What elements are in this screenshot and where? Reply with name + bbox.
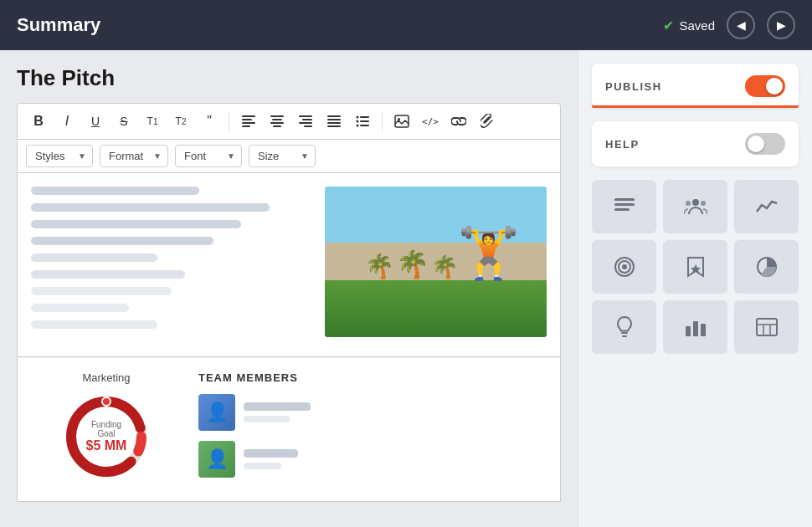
underline-button[interactable]: U xyxy=(83,109,108,134)
align-left-button[interactable] xyxy=(236,109,261,134)
marketing-section: Marketing Funding Goal $5 MM xyxy=(31,371,182,488)
team-member: 👤 xyxy=(198,394,547,431)
help-label: HELP xyxy=(605,138,640,151)
link-button[interactable] xyxy=(446,109,471,134)
help-card: HELP xyxy=(592,121,799,166)
align-center-button[interactable] xyxy=(265,109,290,134)
sport-scene-image: 🌴 🌴 🌴 🏋 xyxy=(325,187,547,337)
team-member: 👤 xyxy=(198,441,547,478)
people-icon-button[interactable] xyxy=(663,180,727,233)
bar-chart-icon-button[interactable] xyxy=(663,300,727,354)
avatar-person-icon: 👤 xyxy=(198,441,235,478)
publish-label: PUBLISH xyxy=(605,80,662,93)
toolbar-separator-1 xyxy=(229,111,229,131)
help-toggle[interactable] xyxy=(745,133,785,155)
avatar-person-icon: 👤 xyxy=(198,394,235,431)
size-select-wrapper[interactable]: Size xyxy=(249,145,316,167)
format-select-wrapper[interactable]: Format xyxy=(100,145,168,167)
text-line xyxy=(31,220,241,228)
member-role-bar xyxy=(244,416,290,422)
team-section: TEAM MEMBERS 👤 👤 xyxy=(198,371,547,488)
funding-amount: $5 MM xyxy=(84,438,130,453)
member-info xyxy=(244,402,547,422)
svg-point-18 xyxy=(357,120,359,123)
code-button[interactable]: </> xyxy=(418,109,443,134)
marketing-label: Marketing xyxy=(82,371,130,384)
text-icon-button[interactable] xyxy=(592,180,656,233)
page-title: The Pitch xyxy=(17,65,561,91)
svg-rect-44 xyxy=(757,319,777,335)
svg-rect-14 xyxy=(327,122,341,124)
member-name-bar xyxy=(244,402,311,411)
donut-center: Funding Goal $5 MM xyxy=(84,420,130,453)
content-image: 🌴 🌴 🌴 🏋 xyxy=(325,187,547,337)
svg-rect-7 xyxy=(273,125,281,127)
publish-card: PUBLISH xyxy=(592,64,799,108)
table-icon-button[interactable] xyxy=(734,300,799,354)
editor-area: The Pitch B I U S T1 T2 " xyxy=(0,50,578,527)
svg-rect-0 xyxy=(242,115,255,117)
text-line xyxy=(31,270,185,279)
subscript-button[interactable]: T1 xyxy=(140,109,165,134)
svg-rect-30 xyxy=(614,208,630,211)
font-select[interactable]: Font xyxy=(175,145,242,167)
text-line xyxy=(31,287,172,295)
svg-rect-10 xyxy=(299,122,312,124)
svg-rect-43 xyxy=(701,324,706,336)
pie-chart-icon-button[interactable] xyxy=(734,240,799,294)
svg-rect-9 xyxy=(302,119,312,120)
image-button[interactable] xyxy=(389,109,414,134)
text-line xyxy=(31,187,199,195)
svg-rect-5 xyxy=(272,119,282,120)
text-lines xyxy=(31,187,311,343)
chart-line-icon-button[interactable] xyxy=(734,180,799,233)
format-select[interactable]: Format xyxy=(100,145,168,167)
svg-point-31 xyxy=(692,199,699,206)
toolbar-separator-2 xyxy=(382,111,383,131)
palm-tree-icon: 🌴 xyxy=(396,248,429,280)
palm-tree-icon: 🌴 xyxy=(365,253,394,280)
publish-toggle[interactable] xyxy=(745,75,785,97)
text-line xyxy=(31,253,157,262)
text-line xyxy=(31,304,129,312)
member-info xyxy=(244,449,547,469)
svg-rect-3 xyxy=(242,125,250,127)
nav-prev-button[interactable]: ◀ xyxy=(727,11,755,39)
svg-point-20 xyxy=(357,125,359,127)
grass xyxy=(325,280,547,337)
member-avatar: 👤 xyxy=(198,441,235,478)
nav-next-button[interactable]: ▶ xyxy=(767,11,795,39)
target-icon-button[interactable] xyxy=(592,240,656,294)
content-box: 🌴 🌴 🌴 🏋 xyxy=(17,173,561,357)
justify-button[interactable] xyxy=(321,109,347,134)
list-button[interactable] xyxy=(350,109,375,134)
align-right-button[interactable] xyxy=(293,109,318,134)
size-select[interactable]: Size xyxy=(249,145,316,167)
strikethrough-button[interactable]: S xyxy=(111,109,136,134)
attachment-button[interactable] xyxy=(475,109,500,134)
styles-select[interactable]: Styles xyxy=(26,145,93,167)
superscript-button[interactable]: T2 xyxy=(168,109,193,134)
team-title: TEAM MEMBERS xyxy=(198,371,547,384)
publish-accent-bar xyxy=(592,105,799,108)
svg-rect-8 xyxy=(299,115,312,117)
donut-chart: Funding Goal $5 MM xyxy=(60,391,152,483)
palm-tree-icon: 🌴 xyxy=(431,254,458,280)
svg-rect-28 xyxy=(614,198,635,201)
svg-rect-29 xyxy=(614,203,635,206)
header: Summary ✔ Saved ◀ ▶ xyxy=(0,0,812,50)
styles-select-wrapper[interactable]: Styles xyxy=(26,145,93,167)
svg-marker-37 xyxy=(691,264,701,274)
blockquote-button[interactable]: " xyxy=(197,109,222,134)
icons-grid xyxy=(592,180,799,354)
svg-point-16 xyxy=(357,116,359,119)
font-select-wrapper[interactable]: Font xyxy=(175,145,242,167)
bookmark-icon-button[interactable] xyxy=(663,240,727,294)
svg-point-36 xyxy=(622,264,627,269)
bold-button[interactable]: B xyxy=(26,109,51,134)
italic-button[interactable]: I xyxy=(54,109,80,134)
main-layout: The Pitch B I U S T1 T2 " xyxy=(0,50,812,527)
svg-point-27 xyxy=(102,397,110,406)
idea-icon-button[interactable] xyxy=(592,300,656,354)
athlete-figure: 🏋 xyxy=(457,223,520,283)
